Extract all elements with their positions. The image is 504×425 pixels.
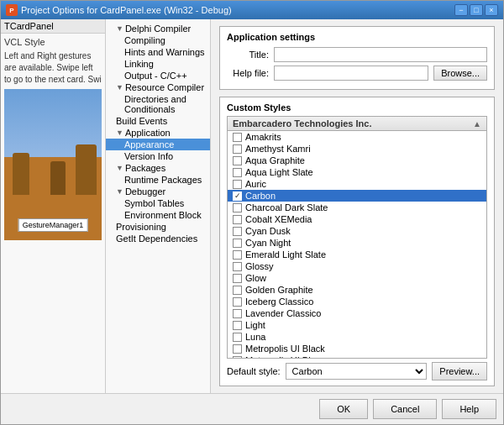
- tree-item-getit[interactable]: GetIt Dependencies: [106, 233, 210, 244]
- style-item-auric[interactable]: Auric: [228, 178, 486, 190]
- style-item-light[interactable]: Light: [228, 319, 486, 331]
- style-name: Metropolis UI Black: [245, 344, 325, 354]
- style-item-cobalt[interactable]: Cobalt XEMedia: [228, 213, 486, 225]
- style-checkbox[interactable]: [233, 168, 242, 177]
- style-checkbox[interactable]: [233, 286, 242, 295]
- style-item-cyan-dusk[interactable]: Cyan Dusk: [228, 225, 486, 237]
- style-checkbox[interactable]: [233, 192, 242, 201]
- tree-item-debugger[interactable]: ▼ Debugger: [106, 186, 210, 197]
- style-checkbox[interactable]: [233, 262, 242, 271]
- style-checkbox[interactable]: [233, 333, 242, 342]
- title-input[interactable]: [274, 47, 487, 62]
- style-name: Charcoal Dark Slate: [245, 202, 328, 212]
- tree-item-provisioning[interactable]: Provisioning: [106, 221, 210, 233]
- right-panel: Application settings Title: Help file: B…: [211, 19, 503, 393]
- style-item-emerald[interactable]: Emerald Light Slate: [228, 249, 486, 260]
- browse-button[interactable]: Browse...: [433, 66, 487, 81]
- style-checkbox[interactable]: [233, 133, 242, 142]
- help-button[interactable]: Help: [442, 399, 496, 419]
- style-checkbox[interactable]: [233, 356, 242, 359]
- close-button[interactable]: ×: [485, 4, 498, 16]
- tree-item-output[interactable]: Output - C/C++: [106, 70, 210, 81]
- style-checkbox[interactable]: [233, 239, 242, 248]
- style-item-metropolis-blue[interactable]: Metropolis UI Blue: [228, 354, 486, 358]
- style-item-amethyst[interactable]: Amethyst Kamri: [228, 143, 486, 155]
- style-name: Glow: [245, 273, 266, 283]
- default-style-select[interactable]: Carbon: [286, 363, 428, 380]
- style-item-lavender[interactable]: Lavender Classico: [228, 307, 486, 319]
- style-checkbox[interactable]: [233, 156, 242, 165]
- style-item-iceberg[interactable]: Iceberg Classico: [228, 296, 486, 307]
- style-checkbox[interactable]: [233, 227, 242, 236]
- tree-label: Directories and Conditionals: [124, 94, 208, 114]
- style-item-glow[interactable]: Glow: [228, 272, 486, 284]
- style-item-aqua-light[interactable]: Aqua Light Slate: [228, 166, 486, 178]
- cancel-button[interactable]: Cancel: [373, 399, 437, 419]
- style-name: Cyan Night: [245, 238, 291, 248]
- tree-panel: ▼ Delphi Compiler Compiling Hints and Wa…: [106, 19, 211, 393]
- styles-list[interactable]: Amakrits Amethyst Kamri Aqua Graphite: [228, 131, 486, 358]
- style-name: Emerald Light Slate: [245, 249, 326, 260]
- tree-label: Provisioning: [116, 222, 166, 232]
- maximize-button[interactable]: □: [470, 4, 483, 16]
- tree-item-runtime[interactable]: Runtime Packages: [106, 174, 210, 186]
- gesture-manager-label: GestureManager1: [18, 218, 88, 232]
- tree-item-compiling[interactable]: Compiling: [106, 34, 210, 46]
- style-checkbox[interactable]: [233, 297, 242, 307]
- custom-styles-section: Custom Styles Embarcadero Technologies I…: [219, 97, 495, 386]
- tree-item-resource[interactable]: ▼ Resource Compiler: [106, 81, 210, 93]
- style-item-metropolis-black[interactable]: Metropolis UI Black: [228, 343, 486, 354]
- main-window: P Project Options for CardPanel.exe (Win…: [0, 0, 504, 425]
- style-checkbox[interactable]: [233, 274, 242, 283]
- tree-arrow: ▼: [116, 83, 123, 92]
- style-item-golden[interactable]: Golden Graphite: [228, 284, 486, 296]
- tree-label: Resource Compiler: [125, 82, 204, 92]
- style-name: Iceberg Classico: [245, 296, 313, 307]
- help-file-label: Help file:: [227, 68, 269, 78]
- ok-button[interactable]: OK: [319, 399, 368, 419]
- style-item-cyan-night[interactable]: Cyan Night: [228, 237, 486, 249]
- style-checkbox[interactable]: [233, 203, 242, 212]
- tree-item-application[interactable]: ▼ Application: [106, 127, 210, 139]
- style-checkbox[interactable]: [233, 250, 242, 260]
- minimize-button[interactable]: −: [454, 4, 468, 16]
- tree-item-linking[interactable]: Linking: [106, 58, 210, 70]
- tree-item-build[interactable]: Build Events: [106, 115, 210, 127]
- style-checkbox[interactable]: [233, 321, 242, 330]
- tree-item-delphi[interactable]: ▼ Delphi Compiler: [106, 23, 210, 34]
- style-item-amakrits[interactable]: Amakrits: [228, 131, 486, 143]
- tree-item-directories[interactable]: Directories and Conditionals: [106, 93, 210, 115]
- app-settings-section: Application settings Title: Help file: B…: [219, 26, 495, 90]
- tree-item-env[interactable]: Environment Block: [106, 209, 210, 221]
- tree-label: Debugger: [125, 186, 165, 197]
- preview-button[interactable]: Preview...: [432, 362, 487, 380]
- style-name: Glossy: [245, 261, 274, 271]
- scroll-up-arrow[interactable]: ▲: [473, 119, 481, 129]
- help-file-input[interactable]: [274, 66, 428, 81]
- tree-item-hints[interactable]: Hints and Warnings: [106, 46, 210, 58]
- style-checkbox[interactable]: [233, 344, 242, 354]
- style-checkbox[interactable]: [233, 215, 242, 224]
- tree-arrow: ▼: [116, 187, 123, 196]
- tree-item-appearance[interactable]: Appearance: [106, 139, 210, 150]
- style-item-charcoal[interactable]: Charcoal Dark Slate: [228, 202, 486, 213]
- style-checkbox[interactable]: [233, 180, 242, 189]
- tree-item-symbol[interactable]: Symbol Tables: [106, 197, 210, 209]
- title-bar-left: P Project Options for CardPanel.exe (Win…: [6, 4, 232, 16]
- tree-label: Build Events: [116, 116, 167, 126]
- style-item-glossy[interactable]: Glossy: [228, 260, 486, 272]
- style-checkbox[interactable]: [233, 144, 242, 154]
- tree-item-packages[interactable]: ▼ Packages: [106, 162, 210, 174]
- style-item-luna[interactable]: Luna: [228, 331, 486, 343]
- style-item-carbon[interactable]: Carbon: [228, 190, 486, 202]
- style-name: Auric: [245, 179, 266, 189]
- content-area: TCardPanel VCL Style Left and Right gest…: [1, 19, 503, 393]
- tree-label: Delphi Compiler: [125, 24, 191, 34]
- tree-item-version[interactable]: Version Info: [106, 150, 210, 162]
- style-checkbox[interactable]: [233, 309, 242, 318]
- style-item-aqua-graphite[interactable]: Aqua Graphite: [228, 155, 486, 166]
- title-bar: P Project Options for CardPanel.exe (Win…: [1, 1, 503, 19]
- vcl-style-row: VCL Style: [4, 37, 102, 47]
- style-name: Aqua Graphite: [245, 155, 305, 165]
- vcl-title-bar: TCardPanel: [1, 19, 105, 34]
